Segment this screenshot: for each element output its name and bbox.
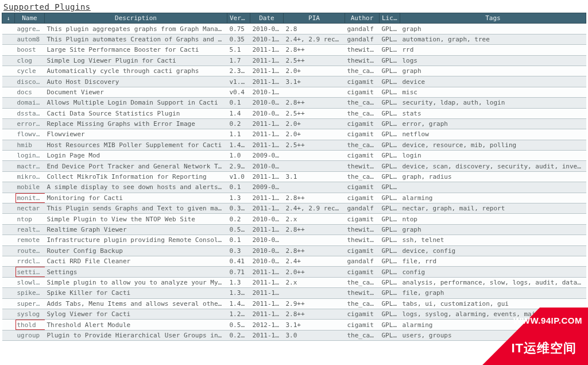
plugin-link[interactable]: errorimage xyxy=(17,120,45,128)
plugin-author[interactable]: cigamit xyxy=(345,214,380,224)
plugin-name-cell[interactable]: boost xyxy=(15,45,45,55)
plugin-name-cell[interactable]: domains xyxy=(15,98,45,108)
plugin-name-cell[interactable]: thold xyxy=(15,320,45,330)
plugin-author[interactable]: gandalf xyxy=(345,24,380,34)
plugin-name-cell[interactable]: docs xyxy=(15,87,45,97)
plugin-name-cell[interactable]: discovery xyxy=(15,76,45,87)
plugin-author[interactable]: the_cacti_group xyxy=(345,171,380,182)
plugin-author[interactable]: cigamit xyxy=(345,182,380,193)
plugin-author[interactable]: cigamit xyxy=(345,76,380,87)
plugin-link[interactable]: syslog xyxy=(17,310,40,318)
plugin-name-cell[interactable]: mactrack xyxy=(15,161,45,171)
plugin-link[interactable]: routerconfigs xyxy=(17,247,45,255)
plugin-link[interactable]: superlinks xyxy=(17,300,45,308)
col-header-version[interactable]: Version xyxy=(227,13,250,24)
plugin-author[interactable]: cigamit xyxy=(345,320,380,330)
plugin-author[interactable]: the_cacti_group xyxy=(345,140,380,150)
plugin-link[interactable]: flowview xyxy=(17,130,45,138)
plugin-link[interactable]: ntop xyxy=(17,216,33,223)
plugin-author[interactable]: cigamit xyxy=(345,267,380,277)
plugin-author[interactable]: gandalf xyxy=(345,34,380,44)
plugin-author[interactable]: thewitness xyxy=(345,288,380,298)
plugin-author[interactable]: cigamit xyxy=(345,118,380,129)
plugin-link[interactable]: nectar xyxy=(17,205,40,212)
plugin-link[interactable]: docs xyxy=(17,89,33,96)
plugin-author[interactable]: cigamit xyxy=(345,309,380,319)
plugin-name-cell[interactable]: superlinks xyxy=(15,298,45,309)
plugin-name-cell[interactable]: slowlog xyxy=(15,277,45,287)
plugin-name-cell[interactable]: spikekill xyxy=(15,288,45,298)
plugin-name-cell[interactable]: flowview xyxy=(15,129,45,140)
plugin-link[interactable]: boost xyxy=(17,46,36,53)
plugin-link[interactable]: discovery xyxy=(17,78,45,86)
plugin-author[interactable]: cigamit xyxy=(345,193,380,203)
plugin-author[interactable]: gandalf xyxy=(345,203,380,214)
plugin-author[interactable]: gandalf xyxy=(345,256,380,266)
plugin-author[interactable]: thewitness xyxy=(345,161,380,171)
col-header-description[interactable]: Description xyxy=(45,13,227,24)
col-header-tags[interactable]: Tags xyxy=(400,13,586,24)
plugin-name-cell[interactable]: realtime xyxy=(15,224,45,235)
plugin-name-cell[interactable]: nectar xyxy=(15,203,45,214)
plugin-link[interactable]: monitor xyxy=(17,194,44,202)
plugin-name-cell[interactable]: loginmod xyxy=(15,151,45,161)
plugin-name-cell[interactable]: cycle xyxy=(15,66,45,76)
plugin-author[interactable]: thewitness xyxy=(345,224,380,235)
plugin-link[interactable]: domains xyxy=(17,99,44,106)
plugin-author[interactable]: cigamit xyxy=(345,245,380,256)
plugin-link[interactable]: cycle xyxy=(17,67,36,75)
plugin-link[interactable]: spikekill xyxy=(17,289,45,297)
col-header-author[interactable]: Author xyxy=(345,13,380,24)
plugin-name-cell[interactable]: autom8 xyxy=(15,34,45,44)
plugin-name-cell[interactable]: rrdclean xyxy=(15,256,45,266)
plugin-link[interactable]: mactrack xyxy=(17,163,45,170)
col-header-name[interactable]: Name xyxy=(15,13,45,24)
plugin-link[interactable]: loginmod xyxy=(17,152,45,159)
plugin-name-cell[interactable]: remote xyxy=(15,235,45,245)
plugin-link[interactable]: realtime xyxy=(17,226,45,233)
plugin-link[interactable]: mikrotik xyxy=(17,173,45,180)
col-header-license[interactable]: License xyxy=(380,13,400,24)
plugin-link[interactable]: aggregate xyxy=(17,25,45,33)
col-header-pia[interactable]: PIA xyxy=(284,13,345,24)
plugin-name-cell[interactable]: settings xyxy=(15,267,45,277)
plugin-link[interactable]: autom8 xyxy=(17,36,40,43)
plugin-name-cell[interactable]: ugroup xyxy=(15,330,45,340)
plugin-link[interactable]: slowlog xyxy=(17,279,44,286)
plugin-link[interactable]: remote xyxy=(17,236,40,244)
plugin-name-cell[interactable]: hmib xyxy=(15,140,45,150)
plugin-author[interactable]: the_cacti_group xyxy=(345,108,380,118)
plugin-author[interactable]: thewitness xyxy=(345,55,380,66)
plugin-name-cell[interactable]: monitor xyxy=(15,193,45,203)
plugin-author[interactable]: cigamit xyxy=(345,151,380,161)
plugin-author[interactable]: cigamit xyxy=(345,129,380,140)
plugin-author[interactable]: the_cacti_group xyxy=(345,330,380,340)
plugin-author[interactable]: cigamit xyxy=(345,87,380,97)
plugin-link[interactable]: clog xyxy=(17,57,33,64)
col-header-date[interactable]: Date xyxy=(250,13,284,24)
plugin-author[interactable]: the_cacti_group xyxy=(345,298,380,309)
plugin-author[interactable]: thewitness xyxy=(345,235,380,245)
plugin-name-cell[interactable]: mobile xyxy=(15,182,45,193)
plugin-link[interactable]: settings xyxy=(17,268,45,276)
plugin-name-cell[interactable]: routerconfigs xyxy=(15,245,45,256)
plugin-link[interactable]: dsstats xyxy=(17,110,44,117)
plugin-link[interactable]: hmib xyxy=(17,141,33,149)
plugin-link[interactable]: ugroup xyxy=(17,332,40,339)
plugin-author[interactable]: the_cacti_group xyxy=(345,66,380,76)
plugin-name-cell[interactable]: syslog xyxy=(15,309,45,319)
col-header-sort[interactable]: ↓ xyxy=(2,13,15,24)
plugin-author[interactable]: the_cacti_group xyxy=(345,277,380,287)
plugin-name-cell[interactable]: errorimage xyxy=(15,118,45,129)
plugin-link[interactable]: mobile xyxy=(17,183,40,191)
plugin-author[interactable]: the_cacti_group xyxy=(345,98,380,108)
plugin-name-cell[interactable]: dsstats xyxy=(15,108,45,118)
plugin-name-cell[interactable]: mikrotik xyxy=(15,171,45,182)
plugin-name-cell[interactable]: aggregate xyxy=(15,24,45,34)
plugin-author[interactable]: thewitness xyxy=(345,45,380,55)
plugin-name-cell[interactable]: ntop xyxy=(15,214,45,224)
plugin-name-cell[interactable]: clog xyxy=(15,55,45,66)
plugin-link[interactable]: thold xyxy=(17,321,36,329)
plugin-link[interactable]: rrdclean xyxy=(17,258,45,265)
plugin-license: GPL v2 xyxy=(380,24,400,34)
